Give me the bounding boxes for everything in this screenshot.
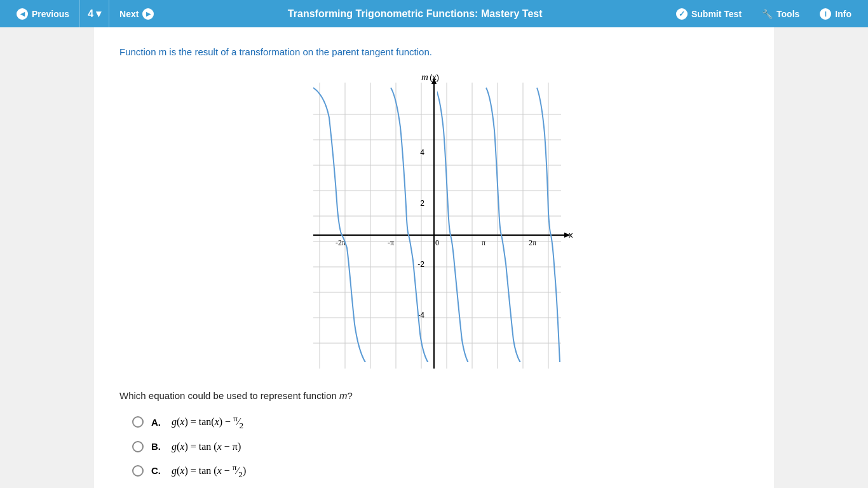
info-button[interactable]: i Info [810,0,862,27]
next-icon [142,8,154,20]
question-number-selector[interactable]: 4 ▾ [80,0,109,27]
label-c: C. [151,465,164,476]
math-c: g(x) = tan (x − π⁄2) [172,463,246,480]
tools-button[interactable]: 🔧 Tools [752,0,810,27]
label-b: B. [151,441,164,452]
answer-choices-list: A. g(x) = tan(x) − π⁄2 B. g(x) = tan (x … [119,414,749,488]
submit-icon: ✓ [676,8,688,20]
function-description: Function m is the result of a transforma… [119,46,749,57]
question-prompt: Which equation could be used to represen… [119,390,749,401]
svg-text:-2: -2 [417,260,424,269]
dropdown-icon: ▾ [96,8,101,20]
previous-button[interactable]: Previous [6,0,79,27]
choice-c[interactable]: C. g(x) = tan (x − π⁄2) [132,463,749,480]
next-label: Next [119,9,139,19]
svg-rect-38 [437,86,485,362]
wrench-icon: 🔧 [762,9,773,19]
function-graph: x m (x) -2π -π 0 π 2π 4 2 -2 -4 [294,70,574,375]
info-icon: i [820,8,831,20]
graph-container: x m (x) -2π -π 0 π 2π 4 2 -2 -4 [119,70,749,375]
tools-label: Tools [776,9,799,19]
radio-b[interactable] [132,441,144,452]
svg-rect-36 [313,86,383,362]
svg-text:4: 4 [420,148,424,157]
nav-right-actions: ✓ Submit Test 🔧 Tools i Info [666,0,862,27]
svg-text:2π: 2π [529,238,536,247]
radio-a[interactable] [132,416,144,428]
svg-text:0: 0 [435,238,439,247]
choice-a[interactable]: A. g(x) = tan(x) − π⁄2 [132,414,749,431]
question-card: Function m is the result of a transforma… [94,27,774,488]
radio-c[interactable] [132,465,144,477]
previous-icon [17,8,28,20]
info-label: Info [835,9,851,19]
main-content: Function m is the result of a transforma… [0,27,868,488]
next-button[interactable]: Next [109,0,164,27]
svg-text:2: 2 [420,199,424,208]
submit-test-button[interactable]: ✓ Submit Test [666,0,752,27]
svg-text:-π: -π [388,238,394,247]
page-title: Transforming Trigonometric Functions: Ma… [164,8,666,20]
math-a: g(x) = tan(x) − π⁄2 [172,414,243,431]
choice-b[interactable]: B. g(x) = tan (x − π) [132,441,749,452]
svg-text:x: x [569,230,573,240]
navbar: Previous 4 ▾ Next Transforming Trigonome… [0,0,868,27]
svg-text:(x): (x) [430,72,439,82]
submit-test-label: Submit Test [691,9,742,19]
svg-rect-41 [536,86,571,362]
svg-text:m: m [421,72,428,82]
math-b: g(x) = tan (x − π) [172,441,241,452]
label-a: A. [151,417,164,428]
question-number: 4 [88,8,93,20]
previous-label: Previous [32,9,69,19]
svg-text:π: π [482,238,485,247]
